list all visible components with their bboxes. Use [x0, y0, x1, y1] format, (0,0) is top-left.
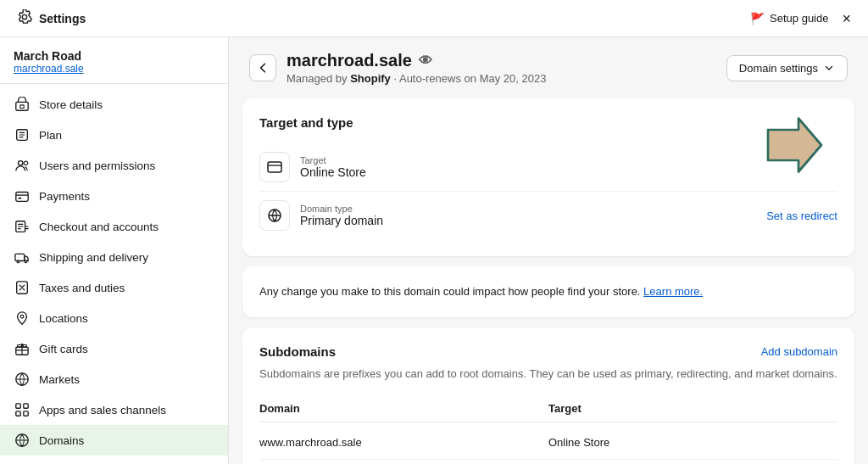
- notice-text: Any change you make to this domain could…: [259, 283, 837, 300]
- sidebar-item-label: Checkout and accounts: [39, 221, 159, 233]
- row-domain: www.marchroad.sale: [259, 436, 548, 449]
- top-bar: Settings 🚩 Setup guide ×: [0, 0, 868, 37]
- store-url[interactable]: marchroad.sale: [14, 63, 214, 75]
- target-type-title: Target and type: [259, 115, 837, 130]
- subdomains-header: Subdomains Add subdomain: [259, 344, 837, 359]
- sidebar-item-store-details[interactable]: Store details: [0, 89, 228, 120]
- sidebar-item-label: Users and permissions: [39, 159, 155, 172]
- col-target: Target: [548, 402, 837, 415]
- target-type-card: Target and type Target Online Store: [242, 98, 854, 256]
- sidebar-item-markets[interactable]: Markets: [0, 364, 228, 394]
- sidebar-nav: Store details Plan Users and permissions: [0, 84, 228, 464]
- svg-rect-1: [20, 105, 25, 109]
- shipping-icon: [14, 249, 31, 266]
- sidebar-item-label: Markets: [39, 373, 80, 386]
- sidebar-item-apps[interactable]: Apps and sales channels: [0, 394, 228, 425]
- svg-point-9: [17, 260, 19, 263]
- col-domain: Domain: [259, 402, 548, 415]
- sidebar-item-label: Payments: [39, 190, 90, 203]
- svg-point-12: [20, 315, 24, 318]
- sidebar-store: March Road marchroad.sale: [0, 37, 228, 84]
- sidebar-item-locations[interactable]: Locations: [0, 303, 228, 333]
- gear-icon: [17, 9, 32, 27]
- svg-rect-18: [16, 411, 20, 416]
- sidebar-item-domains[interactable]: Domains: [0, 425, 228, 456]
- top-bar-left: Settings: [17, 9, 86, 27]
- back-button[interactable]: [249, 54, 276, 81]
- table-header: Domain Target: [259, 395, 837, 422]
- store-icon: [14, 96, 31, 113]
- svg-point-10: [25, 260, 27, 263]
- table-row: www.marchroad.sale Online Store: [259, 426, 837, 460]
- eye-icon[interactable]: 👁: [419, 53, 432, 69]
- svg-rect-0: [16, 102, 28, 110]
- sidebar-item-customer-events[interactable]: Customer events: [0, 456, 228, 464]
- markets-icon: [14, 371, 31, 388]
- subdomains-title: Subdomains: [259, 344, 336, 359]
- apps-icon: [14, 401, 31, 418]
- users-icon: [14, 157, 31, 174]
- domain-subtitle: Managed by Shopify · Auto-renews on May …: [287, 72, 546, 85]
- domain-header-left: marchroad.sale 👁 Managed by Shopify · Au…: [249, 51, 546, 85]
- svg-rect-19: [24, 411, 28, 416]
- notice-card: Any change you make to this domain could…: [242, 266, 854, 317]
- plan-icon: [14, 126, 31, 143]
- sidebar-item-users[interactable]: Users and permissions: [0, 150, 228, 181]
- sidebar-item-label: Gift cards: [39, 343, 88, 355]
- svg-rect-6: [19, 198, 22, 199]
- sidebar-item-gift-cards[interactable]: Gift cards: [0, 333, 228, 364]
- subdomains-card: Subdomains Add subdomain Subdomains are …: [242, 327, 854, 465]
- content-area: marchroad.sale 👁 Managed by Shopify · Au…: [229, 37, 868, 464]
- store-name: March Road: [14, 49, 214, 63]
- domains-icon: [14, 432, 31, 449]
- sidebar-item-label: Apps and sales channels: [39, 404, 166, 416]
- domain-settings-button[interactable]: Domain settings: [726, 55, 848, 81]
- locations-icon: [14, 310, 31, 327]
- sidebar-item-label: Domains: [39, 434, 84, 447]
- svg-rect-8: [15, 254, 25, 260]
- close-button[interactable]: ×: [842, 11, 851, 26]
- svg-point-4: [24, 161, 28, 165]
- subdomains-desc: Subdomains are prefixes you can add to r…: [259, 366, 837, 383]
- domain-title: marchroad.sale 👁: [287, 51, 546, 70]
- svg-rect-17: [24, 404, 28, 408]
- domain-header: marchroad.sale 👁 Managed by Shopify · Au…: [229, 37, 868, 95]
- payments-icon: [14, 187, 31, 204]
- checkout-icon: [14, 218, 31, 235]
- sidebar-item-label: Shipping and delivery: [39, 251, 148, 264]
- add-subdomain-link[interactable]: Add subdomain: [761, 345, 837, 358]
- sidebar-item-payments[interactable]: Payments: [0, 181, 228, 211]
- domain-type-icon-box: [259, 200, 290, 231]
- target-row: Target Online Store: [259, 143, 837, 192]
- taxes-icon: [14, 279, 31, 296]
- target-icon-box: [259, 152, 290, 182]
- svg-marker-22: [768, 119, 821, 172]
- page-title: Settings: [39, 12, 86, 25]
- arrow-illustration: [753, 107, 829, 183]
- domain-title-block: marchroad.sale 👁 Managed by Shopify · Au…: [287, 51, 546, 85]
- svg-rect-5: [16, 193, 28, 202]
- sidebar-item-taxes[interactable]: Taxes and duties: [0, 272, 228, 303]
- setup-guide-button[interactable]: 🚩 Setup guide: [750, 12, 828, 25]
- flag-icon: 🚩: [750, 12, 765, 25]
- sidebar-item-shipping[interactable]: Shipping and delivery: [0, 242, 228, 272]
- svg-rect-16: [16, 404, 20, 408]
- sidebar-item-label: Taxes and duties: [39, 282, 125, 294]
- learn-more-link[interactable]: Learn more.: [643, 285, 703, 298]
- sidebar-item-label: Locations: [39, 312, 88, 325]
- top-bar-right: 🚩 Setup guide ×: [750, 11, 851, 26]
- row-target: Online Store: [548, 436, 837, 449]
- sidebar-item-checkout[interactable]: Checkout and accounts: [0, 211, 228, 242]
- svg-point-3: [19, 161, 23, 165]
- sidebar-item-label: Store details: [39, 98, 103, 111]
- domain-type-row: Domain type Primary domain Set as redire…: [259, 192, 837, 239]
- gift-icon: [14, 340, 31, 357]
- sidebar-item-label: Plan: [39, 129, 62, 142]
- sidebar-item-plan[interactable]: Plan: [0, 120, 228, 150]
- domain-type-info: Domain type Primary domain: [300, 204, 756, 227]
- svg-rect-23: [268, 162, 281, 172]
- domain-type-label: Domain type: [300, 204, 756, 214]
- domain-type-value: Primary domain: [300, 214, 756, 227]
- sidebar: March Road marchroad.sale Store details …: [0, 37, 229, 464]
- set-redirect-link[interactable]: Set as redirect: [766, 210, 837, 222]
